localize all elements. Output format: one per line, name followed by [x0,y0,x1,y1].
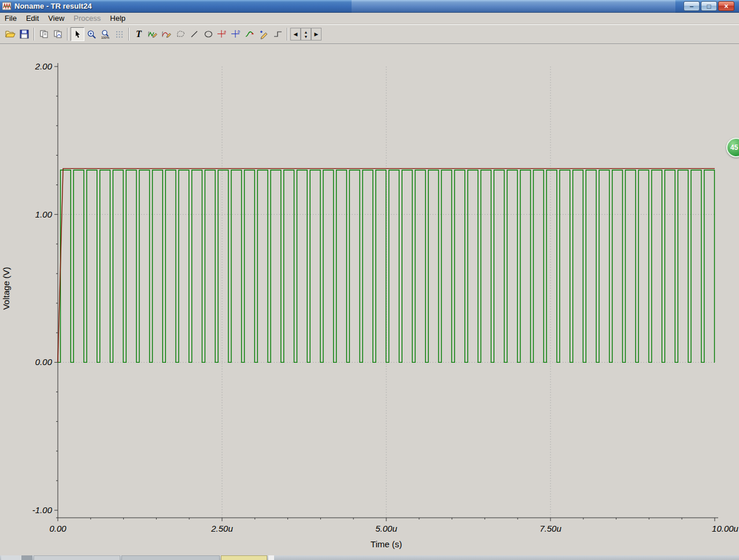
curve-pencil-icon [147,30,158,39]
taskbar-strip[interactable] [0,555,739,560]
cursor-arrow-icon [73,30,82,39]
toolbar-separator [34,28,35,40]
text-tool-button[interactable]: T [132,27,146,41]
toolbar: 100% T [0,24,739,44]
ellipse-tool-button[interactable] [201,27,215,41]
zoom-100-button[interactable]: 100% [98,27,112,41]
minimize-button[interactable]: – [683,1,700,11]
cursor-a-icon: a [217,30,227,39]
taskbar-item[interactable] [121,555,220,560]
copy-page-button[interactable] [51,27,65,41]
toolbar-separator [67,28,68,40]
spin-up-icon: ▲ [304,30,308,34]
folder-open-icon [5,30,16,39]
copy-button[interactable] [37,27,51,41]
x-tick-label: 5.00u [375,524,397,533]
line-tool-button[interactable] [187,27,201,41]
pen-tool-button[interactable] [257,27,271,41]
taskbar-item[interactable] [34,555,120,560]
smooth-curve-button[interactable] [243,27,257,41]
line-tool-icon [190,30,199,39]
y-tick-label: 1.00 [35,209,53,219]
lasso-icon [176,30,186,39]
floppy-disk-icon [20,30,29,39]
titlebar-sheen [352,0,675,13]
step-line-icon [273,30,283,39]
svg-text:b: b [238,30,240,34]
menu-process: Process [69,13,105,24]
menu-edit[interactable]: Edit [21,13,43,24]
ellipse-tool-icon [204,30,213,39]
zoom-in-icon [87,30,97,39]
window-title: Noname - TR result24 [14,2,92,10]
y-axis-title: Voltage (V) [1,267,11,310]
spin-down-icon: ▼ [304,35,308,39]
app-icon [2,2,12,11]
prev-page-button[interactable]: ◀ [290,28,301,40]
left-arrow-icon: ◀ [294,32,298,37]
y-tick-label: 0.00 [35,357,53,367]
toolbar-separator [287,28,288,40]
curve-pencil-icon [161,30,172,39]
menu-help[interactable]: Help [105,13,130,24]
next-page-button[interactable]: ▶ [311,28,322,40]
curve-edit-b-button[interactable] [160,27,173,41]
menu-file[interactable]: File [0,13,21,24]
taskbar-item[interactable] [268,555,274,560]
svg-text:100%: 100% [101,36,109,39]
copy-icon [39,30,49,39]
page-spinner[interactable]: ▲ ▼ [301,28,311,40]
y-tick-label: 2.00 [35,61,53,71]
x-tick-label: 2.50u [210,524,233,533]
titlebar[interactable]: Noname - TR result24 – □ × [0,0,739,13]
chart-area: 2.001.000.00-1.000.002.50u5.00u7.50u10.0… [0,44,739,555]
cursor-a-button[interactable]: a [215,27,229,41]
save-button[interactable] [17,27,31,41]
x-tick-label: 0.00 [49,524,66,533]
step-display-button[interactable] [271,27,284,41]
zoom-in-button[interactable] [84,27,98,41]
y-tick-label: -1.00 [32,505,53,515]
green-square-wave [58,170,715,362]
zoom-100-icon: 100% [100,30,110,39]
x-axis-title: Time (s) [371,539,402,549]
select-tool-button[interactable] [71,27,84,41]
open-button[interactable] [3,27,17,41]
menubar: File Edit View Process Help [0,13,739,24]
menu-view[interactable]: View [43,13,69,24]
x-tick-label: 7.50u [540,524,561,533]
text-tool-icon: T [136,29,142,39]
x-tick-label: 10.00u [712,524,739,533]
toolbar-separator [128,28,130,40]
grid-dots-icon [115,30,124,39]
waveform-plot[interactable]: 2.001.000.00-1.000.002.50u5.00u7.50u10.0… [0,44,739,555]
maximize-button[interactable]: □ [701,1,717,11]
right-arrow-icon: ▶ [315,32,319,37]
caption-buttons: – □ × [683,1,737,11]
curve-edit-a-button[interactable] [146,27,160,41]
lasso-select-button[interactable] [173,27,187,41]
taskbar-item[interactable] [22,555,32,560]
overlay-badge-text: 45 [730,143,738,152]
taskbar-item[interactable] [221,555,267,560]
copy-page-icon [53,30,62,39]
svg-text:a: a [224,30,226,34]
grid-toggle-button[interactable] [112,27,126,41]
smooth-curve-icon [245,30,255,39]
cursor-b-icon: b [231,30,241,39]
close-button[interactable]: × [718,1,734,11]
taskbar-item[interactable] [1,555,22,560]
cursor-b-button[interactable]: b [229,27,243,41]
pencil-icon [259,30,269,39]
